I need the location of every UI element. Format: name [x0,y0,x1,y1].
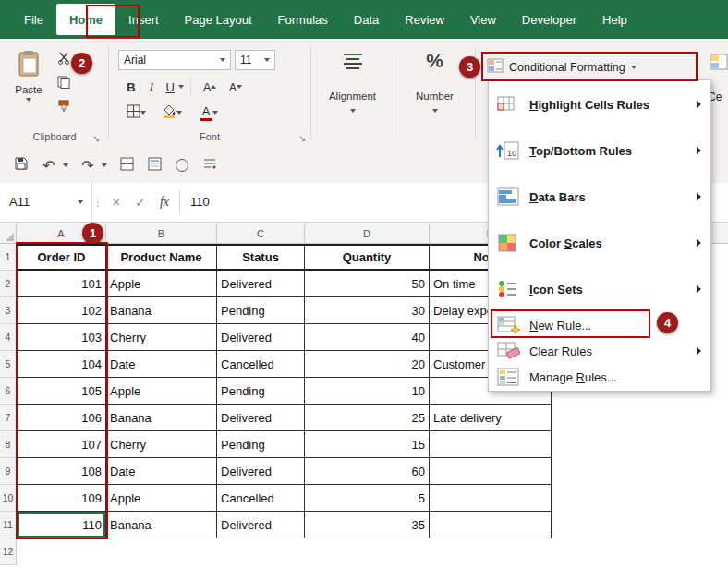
copy-button[interactable] [54,74,74,94]
cell-E12[interactable] [430,538,552,565]
tab-page-layout[interactable]: Page Layout [172,0,265,39]
alignment-group[interactable]: Alignment [311,39,394,148]
tab-developer[interactable]: Developer [509,0,589,39]
cell-C3[interactable]: Pending [217,297,305,324]
cell-C11[interactable]: Delivered [217,512,305,538]
cell-B12[interactable] [106,538,217,565]
cell-styles-icon[interactable] [710,54,728,74]
insert-function-button[interactable]: fx [153,183,176,221]
cell-B5[interactable]: Date [106,351,217,378]
row-header-7[interactable]: 7 [0,405,17,431]
menu-item-color-scales[interactable]: Color Scales [489,220,710,266]
increase-font-size-button[interactable]: A [198,78,222,96]
undo-caret-icon[interactable] [63,163,68,167]
circle-button[interactable] [170,153,194,177]
cell-D3[interactable]: 30 [305,297,430,324]
cancel-button[interactable]: × [105,183,127,221]
cell-B11[interactable]: Banana [106,512,217,538]
cell-D2[interactable]: 50 [305,271,430,297]
cell-D12[interactable] [305,538,430,565]
row-header-6[interactable]: 6 [0,378,17,405]
row-header-5[interactable]: 5 [0,351,17,378]
cell-B8[interactable]: Cherry [106,431,217,458]
font-size-combo[interactable]: 11 [235,50,275,70]
cell-C12[interactable] [217,538,305,565]
row-header-9[interactable]: 9 [0,458,17,485]
draw-button[interactable] [198,153,222,177]
underline-button[interactable]: U [161,78,188,96]
row-header-12[interactable]: 12 [0,538,17,565]
cell-C4[interactable]: Delivered [217,324,305,351]
tab-data[interactable]: Data [341,0,392,39]
cell-A3[interactable]: 102 [17,297,106,324]
number-group[interactable]: % Number [394,39,475,148]
cell-C2[interactable]: Delivered [217,271,305,297]
menu-item-highlight-cells-rules[interactable]: Highlight Cells Rules [489,81,710,127]
cell-D6[interactable]: 10 [305,378,430,405]
cell-A9[interactable]: 108 [17,458,106,485]
cell-B6[interactable]: Apple [106,378,217,405]
format-painter-button[interactable] [54,98,74,118]
cell-C7[interactable]: Delivered [217,405,305,431]
decrease-font-size-button[interactable]: A [224,78,248,96]
cell-D8[interactable]: 15 [305,431,430,458]
redo-caret-icon[interactable] [102,163,107,167]
column-header-b[interactable]: B [106,224,217,243]
menu-item-manage-rules[interactable]: Manage Rules... [489,364,710,390]
cell-A12[interactable] [17,538,106,565]
cell-C5[interactable]: Cancelled [217,351,305,378]
cell-A11[interactable]: 110 [17,512,106,538]
clipboard-dialog-launcher-icon[interactable]: ↘ [92,134,100,143]
font-color-button[interactable]: A [194,103,224,122]
cell-D11[interactable]: 35 [305,512,430,538]
cell-E8[interactable] [430,431,552,458]
bold-button[interactable]: B [122,78,140,96]
tab-file[interactable]: File [11,0,56,39]
tab-view[interactable]: View [457,0,509,39]
row-header-2[interactable]: 2 [0,271,17,297]
cell-D10[interactable]: 5 [305,485,430,512]
menu-item-icon-sets[interactable]: Icon Sets [489,266,710,312]
redo-button[interactable]: ↷ [76,153,100,177]
tab-formulas[interactable]: Formulas [265,0,341,39]
menu-item-clear-rules[interactable]: Clear Rules [489,338,710,364]
font-name-combo[interactable]: Arial [118,50,231,70]
cell-D9[interactable]: 60 [305,458,430,485]
tab-home[interactable]: Home [56,4,115,35]
cell-A2[interactable]: 101 [17,271,106,297]
tab-review[interactable]: Review [392,0,457,39]
enter-button[interactable]: ✓ [129,183,152,221]
cell-B3[interactable]: Banana [106,297,217,324]
borders-button[interactable] [122,103,150,122]
row-header-4[interactable]: 4 [0,324,17,351]
cell-D4[interactable]: 40 [305,324,430,351]
name-box[interactable]: A11 [0,183,92,221]
cell-B4[interactable]: Cherry [106,324,217,351]
undo-button[interactable]: ↶ [37,153,61,177]
row-header-3[interactable]: 3 [0,297,17,324]
cell-C6[interactable]: Pending [217,378,305,405]
column-header-c[interactable]: C [217,224,305,243]
menu-item-top-bottom-rules[interactable]: 10Top/Bottom Rules [489,127,710,174]
cell-B2[interactable]: Apple [106,271,217,297]
cell-D7[interactable]: 25 [305,405,430,431]
column-header-d[interactable]: D [305,224,430,243]
cell-B9[interactable]: Date [106,458,217,485]
grid-button[interactable] [115,153,139,177]
cell-D5[interactable]: 20 [305,351,430,378]
row-header-8[interactable]: 8 [0,431,17,458]
cell-C1[interactable]: Status [217,244,305,271]
row-header-11[interactable]: 11 [0,512,17,538]
cell-A1[interactable]: Order ID [17,244,106,271]
italic-button[interactable]: I [142,78,161,96]
cell-D1[interactable]: Quantity [305,244,430,271]
cell-C8[interactable]: Pending [217,431,305,458]
formula-input[interactable]: 110 [190,183,210,221]
cell-C10[interactable]: Cancelled [217,485,305,512]
cell-A6[interactable]: 105 [17,378,106,405]
menu-item-data-bars[interactable]: Data Bars [489,174,710,220]
cell-E7[interactable]: Late delivery [430,405,552,431]
cell-B1[interactable]: Product Name [106,244,217,271]
conditional-formatting-button[interactable]: Conditional Formatting [487,54,637,79]
cell-A10[interactable]: 109 [17,485,106,512]
